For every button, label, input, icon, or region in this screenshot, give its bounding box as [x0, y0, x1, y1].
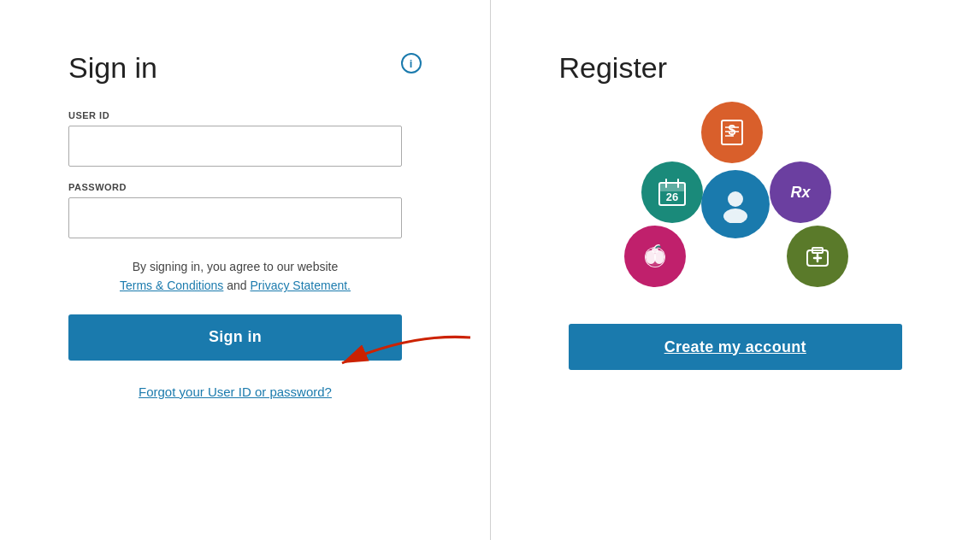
terms-and: and — [227, 279, 250, 292]
forgot-link-container: Forgot your User ID or password? — [68, 384, 402, 400]
user-id-label: USER ID — [68, 110, 422, 120]
person-icon — [701, 170, 770, 238]
register-inner: Register $ — [559, 51, 912, 370]
privacy-statement-link[interactable]: Privacy Statement. — [251, 279, 351, 292]
svg-text:Rx: Rx — [790, 184, 811, 201]
sign-in-button[interactable]: Sign in — [68, 314, 402, 361]
svg-point-13 — [723, 208, 747, 223]
password-label: PASSWORD — [68, 182, 422, 192]
sign-in-panel: Sign in i USER ID PASSWORD By signing in… — [0, 0, 491, 540]
svg-point-19 — [652, 248, 658, 253]
user-id-input[interactable] — [68, 126, 402, 167]
terms-text: By signing in, you agree to our website … — [68, 257, 402, 296]
rx-icon: Rx — [770, 161, 831, 223]
password-input[interactable] — [68, 197, 402, 238]
register-panel: Register $ — [491, 0, 981, 540]
icons-cluster: $ 26 — [599, 102, 872, 290]
register-title: Register — [559, 51, 668, 85]
page-container: Sign in i USER ID PASSWORD By signing in… — [0, 0, 980, 540]
sign-in-title: Sign in — [68, 51, 422, 85]
svg-text:26: 26 — [666, 191, 678, 203]
svg-point-12 — [728, 191, 743, 207]
medical-kit-icon — [787, 226, 848, 287]
terms-conditions-link[interactable]: Terms & Conditions — [120, 279, 223, 292]
info-icon-label: i — [410, 57, 413, 70]
info-icon[interactable]: i — [401, 53, 422, 73]
forgot-password-link[interactable]: Forgot your User ID or password? — [139, 384, 332, 399]
calendar-icon: 26 — [641, 161, 703, 223]
create-account-button[interactable]: Create my account — [569, 324, 902, 370]
terms-line1: By signing in, you agree to our website — [133, 260, 338, 273]
apple-icon — [624, 226, 686, 287]
money-icon: $ — [701, 102, 763, 163]
